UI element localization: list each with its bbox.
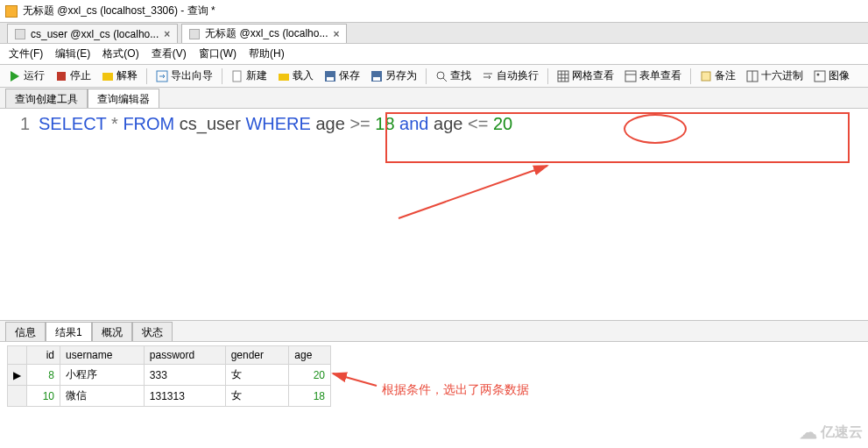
col-id[interactable]: id [27,346,60,365]
annotation-circle [624,114,687,144]
tab-info[interactable]: 信息 [5,322,46,341]
tab-result1[interactable]: 结果1 [46,322,92,341]
tab-status[interactable]: 状态 [132,322,173,341]
cell-password[interactable]: 333 [144,365,225,386]
tab-profile[interactable]: 概况 [92,322,132,341]
annotation-arrow-icon [328,366,381,393]
menu-format[interactable]: 格式(O) [102,46,138,61]
menu-file[interactable]: 文件(F) [9,46,43,61]
find-button[interactable]: 查找 [432,67,475,85]
separator [547,68,548,84]
annotation-box [385,112,850,163]
svg-line-24 [399,166,547,218]
table-icon [15,29,25,39]
result-tabs: 信息 结果1 概况 状态 [0,321,868,342]
svg-line-11 [443,78,447,82]
wrap-icon [482,70,494,82]
grid-icon [557,70,569,82]
col-age[interactable]: age [289,346,331,365]
svg-rect-5 [279,74,289,81]
result-grid[interactable]: id username password gender age ▶ 8 小程序 … [7,345,331,407]
annotation-text: 根据条件，选出了两条数据 [382,382,529,398]
form-icon [625,70,637,82]
sql-editor[interactable]: 1SELECT * FROM cs_user WHERE age >= 18 a… [0,109,868,321]
load-button[interactable]: 载入 [274,67,317,85]
svg-rect-2 [102,73,113,81]
svg-rect-19 [702,72,710,81]
tab-query-editor[interactable]: 查询编辑器 [88,89,159,108]
separator [426,68,427,84]
stop-button[interactable]: 停止 [52,67,95,85]
cell-id[interactable]: 10 [27,386,60,407]
svg-marker-0 [11,71,19,82]
cell-password[interactable]: 131313 [144,386,225,407]
hex-icon [746,70,759,82]
file-tab-label: 无标题 @xxl_cs (localho... [205,26,328,41]
run-button[interactable]: 运行 [5,67,48,85]
wrap-button[interactable]: 自动换行 [478,67,542,85]
menu-help[interactable]: 帮助(H) [249,46,285,61]
stop-icon [55,70,67,82]
explain-button[interactable]: 解释 [98,67,141,85]
menu-window[interactable]: 窗口(W) [199,46,236,61]
svg-rect-7 [327,77,334,81]
save-button[interactable]: 保存 [321,67,363,85]
image-button[interactable]: 图像 [810,67,853,85]
svg-line-25 [333,373,377,386]
svg-point-23 [817,73,820,75]
note-icon [700,70,712,82]
row-pointer [8,386,27,407]
svg-rect-1 [57,72,66,81]
cell-username[interactable]: 小程序 [60,365,145,386]
row-pointer-header [8,346,27,365]
query-subtabs: 查询创建工具 查询编辑器 [0,88,868,109]
query-icon [189,29,200,39]
svg-rect-12 [558,71,568,82]
cell-id[interactable]: 8 [27,365,60,386]
play-icon [9,70,21,82]
search-icon [435,70,448,82]
cell-age[interactable]: 20 [289,365,331,386]
menu-view[interactable]: 查看(V) [152,46,187,61]
formview-button[interactable]: 表单查看 [621,67,685,85]
cell-gender[interactable]: 女 [225,386,289,407]
toolbar: 运行 停止 解释 导出向导 新建 载入 保存 另存为 查找 自动换行 网格查看 … [0,65,868,88]
tab-query-builder[interactable]: 查询创建工具 [5,89,88,108]
table-row[interactable]: 10 微信 131313 女 18 [8,386,331,407]
col-username[interactable]: username [60,346,145,365]
svg-rect-22 [815,71,825,82]
new-button[interactable]: 新建 [228,67,271,85]
window-title: 无标题 @xxl_cs (localhost_3306) - 查询 * [23,4,215,18]
save-icon [324,70,336,82]
app-icon [5,5,18,18]
new-icon [231,70,243,82]
close-icon[interactable]: × [164,28,170,40]
svg-rect-9 [373,77,380,81]
hex-button[interactable]: 十六进制 [743,67,807,85]
saveas-button[interactable]: 另存为 [367,67,420,85]
annotation-arrow-icon [394,161,569,223]
cloud-icon: ☁ [800,422,817,443]
menu-edit[interactable]: 编辑(E) [55,46,90,61]
export-button[interactable]: 导出向导 [152,67,216,85]
gridview-button[interactable]: 网格查看 [554,67,617,85]
file-tab-cs-user[interactable]: cs_user @xxl_cs (localho... × [7,24,178,43]
cell-age[interactable]: 18 [289,386,331,407]
watermark: ☁ 亿速云 [800,422,863,443]
close-icon[interactable]: × [333,28,339,40]
svg-point-10 [437,72,444,79]
cell-username[interactable]: 微信 [60,386,145,407]
saveas-icon [370,70,383,82]
file-tab-query[interactable]: 无标题 @xxl_cs (localho... × [181,24,347,43]
line-number: 1 [7,114,39,134]
image-icon [814,70,826,82]
file-tabs: cs_user @xxl_cs (localho... × 无标题 @xxl_c… [0,23,868,44]
open-icon [278,70,290,82]
file-tab-label: cs_user @xxl_cs (localho... [31,28,159,40]
table-row[interactable]: ▶ 8 小程序 333 女 20 [8,365,331,386]
menu-bar: 文件(F) 编辑(E) 格式(O) 查看(V) 窗口(W) 帮助(H) [0,44,868,65]
note-button[interactable]: 备注 [696,67,739,85]
col-gender[interactable]: gender [225,346,289,365]
cell-gender[interactable]: 女 [225,365,289,386]
col-password[interactable]: password [144,346,225,365]
